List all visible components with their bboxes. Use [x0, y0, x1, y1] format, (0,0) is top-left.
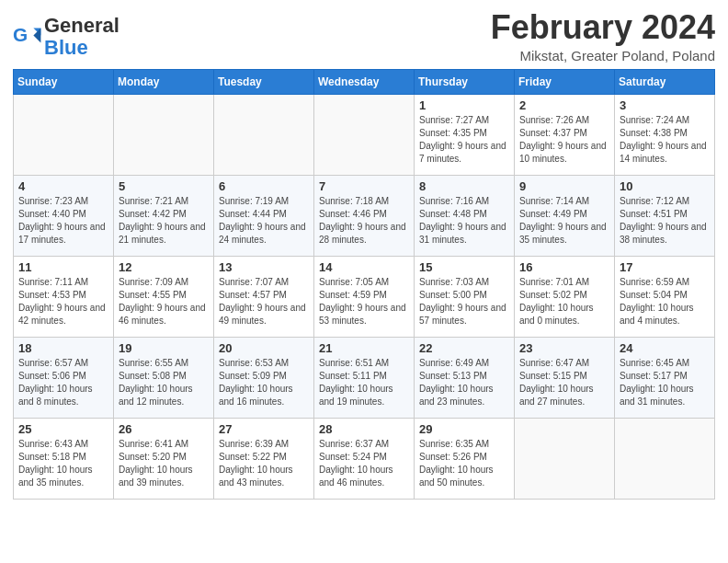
weekday-header: Tuesday [214, 69, 314, 94]
day-number: 3 [620, 98, 710, 112]
day-number: 9 [519, 179, 609, 193]
calendar-cell [114, 94, 214, 175]
day-number: 2 [519, 98, 609, 112]
calendar-cell: 14Sunrise: 7:05 AM Sunset: 4:59 PM Dayli… [314, 256, 415, 337]
svg-text:G: G [13, 24, 28, 45]
day-number: 26 [119, 422, 209, 436]
day-info: Sunrise: 6:37 AM Sunset: 5:24 PM Dayligh… [319, 438, 409, 489]
calendar-cell: 3Sunrise: 7:24 AM Sunset: 4:38 PM Daylig… [615, 94, 715, 175]
day-info: Sunrise: 6:59 AM Sunset: 5:04 PM Dayligh… [620, 276, 710, 327]
day-number: 18 [18, 341, 108, 355]
calendar-cell: 1Sunrise: 7:27 AM Sunset: 4:35 PM Daylig… [415, 94, 515, 175]
calendar-cell: 21Sunrise: 6:51 AM Sunset: 5:11 PM Dayli… [314, 337, 415, 418]
day-info: Sunrise: 6:45 AM Sunset: 5:17 PM Dayligh… [620, 357, 710, 408]
day-number: 15 [419, 260, 509, 274]
title-area: February 2024 Mikstat, Greater Poland, P… [491, 9, 715, 63]
day-number: 1 [419, 98, 509, 112]
day-info: Sunrise: 6:51 AM Sunset: 5:11 PM Dayligh… [319, 357, 409, 408]
calendar-cell: 10Sunrise: 7:12 AM Sunset: 4:51 PM Dayli… [615, 175, 715, 256]
day-info: Sunrise: 6:49 AM Sunset: 5:13 PM Dayligh… [419, 357, 509, 408]
calendar-week-row: 1Sunrise: 7:27 AM Sunset: 4:35 PM Daylig… [14, 94, 715, 175]
calendar-cell: 22Sunrise: 6:49 AM Sunset: 5:13 PM Dayli… [415, 337, 515, 418]
day-number: 12 [119, 260, 209, 274]
subtitle: Mikstat, Greater Poland, Poland [491, 48, 715, 63]
calendar-week-row: 11Sunrise: 7:11 AM Sunset: 4:53 PM Dayli… [14, 256, 715, 337]
weekday-header: Thursday [415, 69, 515, 94]
day-number: 11 [18, 260, 108, 274]
day-info: Sunrise: 6:55 AM Sunset: 5:08 PM Dayligh… [119, 357, 209, 408]
main-title: February 2024 [491, 9, 715, 46]
calendar-cell: 26Sunrise: 6:41 AM Sunset: 5:20 PM Dayli… [114, 418, 214, 499]
day-info: Sunrise: 7:11 AM Sunset: 4:53 PM Dayligh… [18, 276, 108, 327]
calendar-cell: 4Sunrise: 7:23 AM Sunset: 4:40 PM Daylig… [14, 175, 114, 256]
calendar-cell: 24Sunrise: 6:45 AM Sunset: 5:17 PM Dayli… [615, 337, 715, 418]
day-number: 8 [419, 179, 509, 193]
calendar-cell: 15Sunrise: 7:03 AM Sunset: 5:00 PM Dayli… [415, 256, 515, 337]
calendar-cell [314, 94, 415, 175]
day-info: Sunrise: 7:16 AM Sunset: 4:48 PM Dayligh… [419, 195, 509, 247]
weekday-header: Wednesday [314, 69, 415, 94]
calendar-week-row: 25Sunrise: 6:43 AM Sunset: 5:18 PM Dayli… [14, 418, 715, 499]
day-info: Sunrise: 7:07 AM Sunset: 4:57 PM Dayligh… [219, 276, 309, 327]
day-number: 21 [319, 341, 409, 355]
calendar-cell: 25Sunrise: 6:43 AM Sunset: 5:18 PM Dayli… [14, 418, 114, 499]
day-info: Sunrise: 7:18 AM Sunset: 4:46 PM Dayligh… [319, 195, 409, 247]
calendar-cell: 16Sunrise: 7:01 AM Sunset: 5:02 PM Dayli… [515, 256, 615, 337]
day-info: Sunrise: 6:43 AM Sunset: 5:18 PM Dayligh… [18, 438, 108, 489]
day-number: 4 [18, 179, 108, 193]
day-info: Sunrise: 6:53 AM Sunset: 5:09 PM Dayligh… [219, 357, 309, 408]
calendar-cell: 19Sunrise: 6:55 AM Sunset: 5:08 PM Dayli… [114, 337, 214, 418]
day-info: Sunrise: 6:57 AM Sunset: 5:06 PM Dayligh… [18, 357, 108, 408]
day-info: Sunrise: 6:41 AM Sunset: 5:20 PM Dayligh… [119, 438, 209, 489]
calendar-cell: 23Sunrise: 6:47 AM Sunset: 5:15 PM Dayli… [515, 337, 615, 418]
logo-icon: G [13, 22, 42, 52]
calendar-cell: 20Sunrise: 6:53 AM Sunset: 5:09 PM Dayli… [214, 337, 314, 418]
logo: G General Blue [13, 15, 119, 59]
calendar-cell: 29Sunrise: 6:35 AM Sunset: 5:26 PM Dayli… [415, 418, 515, 499]
day-number: 24 [620, 341, 710, 355]
day-info: Sunrise: 7:05 AM Sunset: 4:59 PM Dayligh… [319, 276, 409, 327]
calendar-cell [214, 94, 314, 175]
day-number: 13 [219, 260, 309, 274]
day-number: 19 [119, 341, 209, 355]
calendar-cell: 6Sunrise: 7:19 AM Sunset: 4:44 PM Daylig… [214, 175, 314, 256]
day-number: 14 [319, 260, 409, 274]
day-info: Sunrise: 7:27 AM Sunset: 4:35 PM Dayligh… [419, 114, 509, 166]
day-number: 5 [119, 179, 209, 193]
day-number: 27 [219, 422, 309, 436]
day-number: 25 [18, 422, 108, 436]
day-number: 17 [620, 260, 710, 274]
calendar-cell: 18Sunrise: 6:57 AM Sunset: 5:06 PM Dayli… [14, 337, 114, 418]
calendar-week-row: 4Sunrise: 7:23 AM Sunset: 4:40 PM Daylig… [14, 175, 715, 256]
day-number: 29 [419, 422, 509, 436]
header: G General Blue February 2024 Mikstat, Gr… [13, 9, 715, 63]
day-number: 20 [219, 341, 309, 355]
calendar-cell: 2Sunrise: 7:26 AM Sunset: 4:37 PM Daylig… [515, 94, 615, 175]
calendar-cell: 28Sunrise: 6:37 AM Sunset: 5:24 PM Dayli… [314, 418, 415, 499]
day-info: Sunrise: 6:35 AM Sunset: 5:26 PM Dayligh… [419, 438, 509, 489]
day-info: Sunrise: 7:26 AM Sunset: 4:37 PM Dayligh… [519, 114, 609, 166]
day-info: Sunrise: 7:21 AM Sunset: 4:42 PM Dayligh… [119, 195, 209, 247]
day-number: 10 [620, 179, 710, 193]
day-info: Sunrise: 7:03 AM Sunset: 5:00 PM Dayligh… [419, 276, 509, 327]
weekday-header-row: SundayMondayTuesdayWednesdayThursdayFrid… [14, 69, 715, 94]
day-info: Sunrise: 7:24 AM Sunset: 4:38 PM Dayligh… [620, 114, 710, 166]
calendar-cell: 7Sunrise: 7:18 AM Sunset: 4:46 PM Daylig… [314, 175, 415, 256]
calendar-cell [615, 418, 715, 499]
day-info: Sunrise: 7:14 AM Sunset: 4:49 PM Dayligh… [519, 195, 609, 247]
calendar-cell: 17Sunrise: 6:59 AM Sunset: 5:04 PM Dayli… [615, 256, 715, 337]
calendar-cell: 5Sunrise: 7:21 AM Sunset: 4:42 PM Daylig… [114, 175, 214, 256]
calendar-cell [515, 418, 615, 499]
day-number: 16 [519, 260, 609, 274]
calendar-cell: 8Sunrise: 7:16 AM Sunset: 4:48 PM Daylig… [415, 175, 515, 256]
day-info: Sunrise: 6:39 AM Sunset: 5:22 PM Dayligh… [219, 438, 309, 489]
weekday-header: Sunday [14, 69, 114, 94]
calendar-cell: 27Sunrise: 6:39 AM Sunset: 5:22 PM Dayli… [214, 418, 314, 499]
logo-text: General Blue [44, 15, 119, 59]
day-info: Sunrise: 7:01 AM Sunset: 5:02 PM Dayligh… [519, 276, 609, 327]
calendar-cell: 9Sunrise: 7:14 AM Sunset: 4:49 PM Daylig… [515, 175, 615, 256]
weekday-header: Monday [114, 69, 214, 94]
calendar-cell: 13Sunrise: 7:07 AM Sunset: 4:57 PM Dayli… [214, 256, 314, 337]
day-info: Sunrise: 7:23 AM Sunset: 4:40 PM Dayligh… [18, 195, 108, 247]
day-number: 22 [419, 341, 509, 355]
